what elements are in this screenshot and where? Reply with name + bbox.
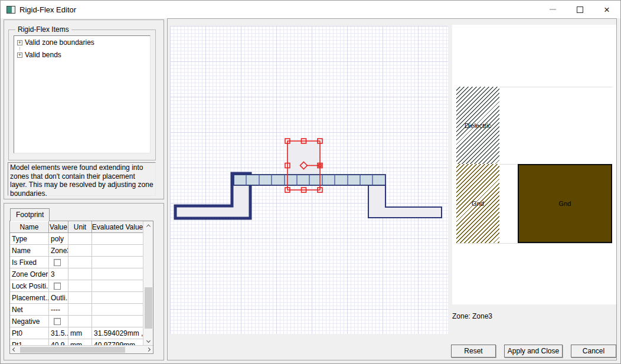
table-cell[interactable]: Name (10, 245, 49, 256)
chevron-down-icon (146, 339, 151, 343)
zone3-region[interactable] (287, 141, 320, 175)
dielectric-layer[interactable]: Dielectric (456, 87, 499, 164)
gnd-solid-label: Gnd (559, 200, 571, 207)
reset-button[interactable]: Reset (451, 345, 496, 358)
table-row[interactable]: Is Fixed (10, 257, 143, 268)
chevron-left-icon (12, 347, 17, 352)
close-button[interactable]: × (593, 1, 620, 18)
table-cell[interactable] (68, 292, 92, 303)
table-cell[interactable]: poly (49, 233, 68, 244)
minimize-icon (550, 9, 556, 10)
table-cell[interactable] (92, 280, 143, 291)
table-cell[interactable] (68, 304, 92, 315)
table-cell[interactable]: Zone3 (49, 245, 68, 256)
right-rigid-section[interactable] (368, 185, 442, 218)
tree-item-valid-zone-boundaries[interactable]: + Valid zone boundaries (15, 38, 149, 47)
flex-ribbon[interactable] (234, 175, 385, 185)
window-title: Rigid-Flex Editor (19, 5, 76, 14)
table-cell[interactable]: mm (68, 327, 92, 339)
rigid-flex-editor-window: { "window": { "title": "Rigid-Flex Edito… (0, 0, 621, 364)
apply-and-close-button[interactable]: Apply and Close (504, 345, 563, 358)
table-horizontal-scrollbar[interactable] (10, 345, 153, 353)
rigid-flex-items-groupbox: Rigid-Flex Items + Valid zone boundaries… (8, 29, 156, 160)
table-cell[interactable] (92, 292, 143, 303)
table-cell[interactable] (68, 280, 92, 291)
table-cell[interactable]: 3 (49, 268, 68, 280)
validation-message: Model elements were found extending into… (8, 162, 156, 196)
scroll-left-button[interactable] (10, 346, 19, 354)
table-row[interactable]: Pt031.5...mm31.594029mm ,... (10, 327, 143, 339)
table-cell[interactable] (68, 268, 92, 280)
table-cell[interactable] (92, 316, 143, 327)
table-cell[interactable] (68, 316, 92, 327)
table-cell[interactable] (49, 316, 68, 327)
expand-plus-icon[interactable]: + (17, 53, 22, 58)
table-cell[interactable] (49, 257, 68, 268)
table-cell[interactable]: 31.594029mm ,... (92, 327, 143, 339)
table-cell[interactable]: 31.5... (49, 327, 68, 339)
table-cell[interactable]: mm (68, 339, 92, 345)
zone-status-label: Zone: Zone3 (452, 312, 492, 320)
tab-footprint[interactable]: Footprint (10, 208, 50, 221)
table-cell[interactable]: Zone Order (10, 268, 49, 280)
layer-stack-preview: Dielectric Gnd Gnd (452, 25, 616, 304)
table-cell[interactable]: Outli... (49, 292, 68, 303)
table-vertical-scrollbar[interactable] (143, 221, 153, 345)
table-cell[interactable] (68, 233, 92, 244)
checkbox[interactable] (54, 283, 61, 290)
board-canvas[interactable] (170, 26, 448, 334)
chevron-right-icon (146, 347, 151, 352)
column-header-evaluated-value[interactable]: Evaluated Value (92, 221, 143, 233)
table-cell[interactable]: Placement... (10, 292, 49, 303)
scroll-right-button[interactable] (144, 346, 153, 354)
properties-table: Name Value Unit Evaluated Value Typepoly… (9, 221, 153, 354)
expand-plus-icon[interactable]: + (17, 40, 22, 45)
table-cell[interactable] (92, 245, 143, 256)
table-cell[interactable]: ---- (49, 304, 68, 315)
table-cell[interactable]: Is Fixed (10, 257, 49, 268)
scroll-up-button[interactable] (143, 221, 153, 230)
table-cell[interactable]: Pt1 (10, 339, 49, 345)
table-cell[interactable]: 40.97799mm ,... (92, 339, 143, 345)
table-cell[interactable]: 40.9... (49, 339, 68, 345)
table-cell[interactable] (92, 304, 143, 315)
checkbox[interactable] (54, 318, 61, 325)
maximize-icon (577, 6, 583, 13)
table-row[interactable]: Net---- (10, 304, 143, 316)
table-row[interactable]: Zone Order3 (10, 268, 143, 280)
column-header-value[interactable]: Value (49, 221, 68, 233)
table-cell[interactable]: Negative (10, 316, 49, 327)
column-header-name[interactable]: Name (10, 221, 49, 233)
table-cell[interactable]: Lock Positi... (10, 280, 49, 291)
scroll-down-button[interactable] (143, 336, 153, 345)
table-row[interactable]: Placement...Outli... (10, 292, 143, 304)
table-row[interactable]: Negative (10, 316, 143, 327)
table-cell[interactable] (68, 245, 92, 256)
table-cell[interactable] (92, 233, 143, 244)
table-cell[interactable]: Type (10, 233, 49, 244)
column-header-unit[interactable]: Unit (68, 221, 92, 233)
tree-item-valid-bends[interactable]: + Valid bends (15, 50, 149, 60)
rigid-flex-items-tree[interactable]: + Valid zone boundaries + Valid bends (14, 35, 151, 153)
table-row[interactable]: Pt140.9...mm40.97799mm ,... (10, 339, 143, 345)
table-cell[interactable] (92, 268, 143, 280)
gnd-zone-block[interactable]: Gnd (518, 164, 612, 243)
table-cell[interactable] (68, 257, 92, 268)
maximize-button[interactable] (566, 1, 593, 18)
table-cell[interactable]: Pt0 (10, 327, 49, 339)
table-row[interactable]: Lock Positi... (10, 280, 143, 292)
rigid-flex-items-panel: Rigid-Flex Items + Valid zone boundaries… (4, 19, 164, 199)
table-cell[interactable]: Net (10, 304, 49, 315)
gnd-hatched-layer[interactable]: Gnd (456, 164, 499, 243)
dielectric-label: Dielectric (465, 122, 491, 129)
horizontal-scroll-thumb[interactable] (20, 347, 125, 353)
cancel-button[interactable]: Cancel (571, 345, 616, 358)
table-row[interactable]: NameZone3 (10, 245, 143, 257)
table-cell[interactable] (92, 257, 143, 268)
table-cell[interactable] (49, 280, 68, 291)
vertical-scroll-thumb[interactable] (145, 287, 152, 329)
checkbox[interactable] (54, 259, 61, 266)
tree-item-label: Valid zone boundaries (25, 38, 94, 47)
minimize-button[interactable] (539, 1, 566, 18)
table-row[interactable]: Typepoly (10, 233, 143, 245)
